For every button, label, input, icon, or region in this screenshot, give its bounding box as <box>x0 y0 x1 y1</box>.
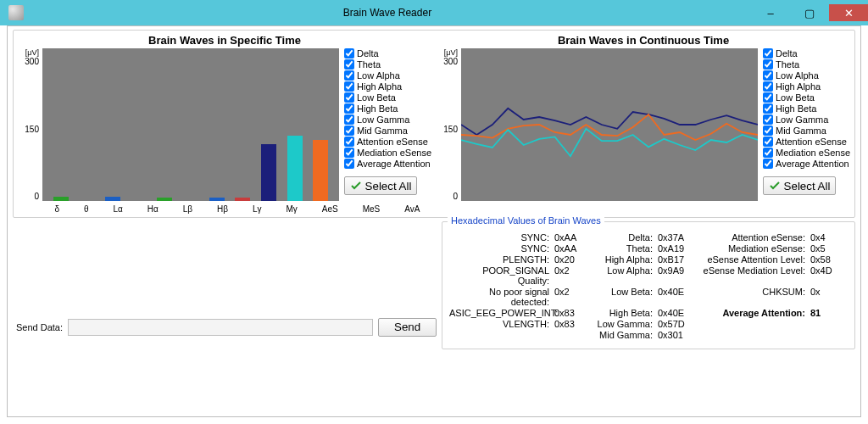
hex-key: High Beta: <box>593 308 653 318</box>
legend-item[interactable]: Low Alpha <box>344 70 432 81</box>
minimize-button[interactable]: – <box>751 4 790 21</box>
legend-checkbox[interactable] <box>763 159 773 169</box>
legend-checkbox[interactable] <box>344 126 354 136</box>
legend-label: High Beta <box>357 103 398 114</box>
ytick: 150 <box>25 125 39 134</box>
legend-checkbox[interactable] <box>763 92 773 103</box>
legend-item[interactable]: Mediation eSense <box>763 148 851 158</box>
legend-checkbox[interactable] <box>763 148 773 158</box>
legend-item[interactable]: Average Attention <box>344 159 432 169</box>
hex-key: Low Beta: <box>593 287 653 307</box>
chart-specific-legend: DeltaThetaLow AlphaHigh AlphaLow BetaHig… <box>339 48 432 201</box>
chart-continuous-legend: DeltaThetaLow AlphaHigh AlphaLow BetaHig… <box>758 48 851 201</box>
xtick: Lα <box>114 204 123 214</box>
legend-item[interactable]: Mid Gamma <box>763 126 851 136</box>
legend-checkbox[interactable] <box>763 126 773 136</box>
legend-item[interactable]: Mediation eSense <box>344 148 432 158</box>
send-input[interactable] <box>68 319 373 336</box>
legend-checkbox[interactable] <box>344 103 354 114</box>
hex-key: PLENGTH: <box>449 254 549 265</box>
legend-checkbox[interactable] <box>344 114 354 125</box>
legend-label: Low Alpha <box>776 70 819 81</box>
legend-checkbox[interactable] <box>763 114 773 125</box>
legend-item[interactable]: Delta <box>763 48 851 59</box>
legend-item[interactable]: High Alpha <box>344 81 432 92</box>
hex-value: 0x <box>810 287 844 307</box>
legend-checkbox[interactable] <box>763 70 773 81</box>
charts-row: Brain Waves in Specific Time [μV] 300 15… <box>13 30 855 218</box>
legend-checkbox[interactable] <box>763 48 773 59</box>
select-all-button[interactable]: Select All <box>763 176 836 195</box>
legend-item[interactable]: Low Beta <box>344 92 432 103</box>
titlebar: Brain Wave Reader – ▢ ✕ <box>0 0 868 25</box>
legend-checkbox[interactable] <box>344 70 354 81</box>
legend-item[interactable]: Theta <box>344 59 432 70</box>
legend-item[interactable]: Delta <box>344 48 432 59</box>
legend-checkbox[interactable] <box>344 92 354 103</box>
legend-item[interactable]: Attention eSense <box>344 137 432 147</box>
hex-key <box>697 319 805 329</box>
legend-item[interactable]: Mid Gamma <box>344 126 432 136</box>
bar <box>157 198 172 201</box>
hex-value: 0x83 <box>554 308 588 318</box>
select-all-button[interactable]: Select All <box>344 176 417 195</box>
chart-continuous: Brain Waves in Continuous Time [μV] 300 … <box>436 34 851 214</box>
legend-checkbox[interactable] <box>344 137 354 147</box>
y-unit: [μV] <box>25 48 39 57</box>
legend-checkbox[interactable] <box>344 48 354 59</box>
hex-value: 0x2 <box>554 265 588 286</box>
close-button[interactable]: ✕ <box>829 4 868 21</box>
legend-label: Low Beta <box>776 92 815 103</box>
legend-checkbox[interactable] <box>344 159 354 169</box>
hex-value: 0x83 <box>554 319 588 329</box>
hex-value: 0x58 <box>810 254 844 265</box>
hex-key: Attention eSense: <box>697 232 805 243</box>
legend-checkbox[interactable] <box>344 59 354 70</box>
legend-item[interactable]: Attention eSense <box>763 137 851 147</box>
legend-checkbox[interactable] <box>763 137 773 147</box>
hex-key: VLENGTH: <box>449 319 549 329</box>
legend-checkbox[interactable] <box>763 81 773 92</box>
hex-value: 0x9A9 <box>658 265 692 286</box>
chart-specific: Brain Waves in Specific Time [μV] 300 15… <box>17 34 432 214</box>
legend-checkbox[interactable] <box>344 81 354 92</box>
hex-value: 0x40E <box>658 287 692 307</box>
legend-item[interactable]: Low Gamma <box>344 114 432 125</box>
xtick: MeS <box>363 204 381 214</box>
legend-item[interactable]: High Alpha <box>763 81 851 92</box>
legend-item[interactable]: Theta <box>763 59 851 70</box>
hex-value: 0x40E <box>658 308 692 318</box>
maximize-button[interactable]: ▢ <box>790 4 829 21</box>
chart-continuous-yaxis: [μV] 300 150 0 <box>436 48 461 201</box>
legend-checkbox[interactable] <box>763 59 773 70</box>
hex-value: 0x2 <box>554 287 588 307</box>
y-unit: [μV] <box>444 48 458 57</box>
xtick: Lγ <box>253 204 262 214</box>
select-all-label: Select All <box>784 180 831 192</box>
hex-value <box>810 319 844 329</box>
legend-label: Attention eSense <box>357 137 428 147</box>
bar <box>209 198 225 201</box>
legend-item[interactable]: Low Beta <box>763 92 851 103</box>
legend-item[interactable]: Low Gamma <box>763 114 851 125</box>
bar-plot <box>42 48 339 201</box>
send-button[interactable]: Send <box>378 318 437 337</box>
hex-title: Hexadecimal Values of Brain Waves <box>448 215 604 226</box>
bar <box>105 197 120 201</box>
chart-specific-yaxis: [μV] 300 150 0 <box>17 48 42 201</box>
hex-value: 0xAA <box>554 243 588 254</box>
hex-key: POOR_SIGNAL Quality: <box>449 265 549 286</box>
legend-item[interactable]: Average Attention <box>763 159 851 169</box>
hex-key: Low Alpha: <box>593 265 653 286</box>
legend-item[interactable]: Low Alpha <box>763 70 851 81</box>
hex-key: High Alpha: <box>593 254 653 265</box>
hex-fieldset: Hexadecimal Values of Brain Waves SYNC:0… <box>442 221 855 349</box>
hex-value: 0xB17 <box>658 254 692 265</box>
legend-checkbox[interactable] <box>344 148 354 158</box>
chart-specific-title: Brain Waves in Specific Time <box>17 34 432 47</box>
xtick: AeS <box>322 204 338 214</box>
legend-label: Attention eSense <box>776 137 847 147</box>
legend-checkbox[interactable] <box>763 103 773 114</box>
legend-item[interactable]: High Beta <box>344 103 432 114</box>
legend-item[interactable]: High Beta <box>763 103 851 114</box>
